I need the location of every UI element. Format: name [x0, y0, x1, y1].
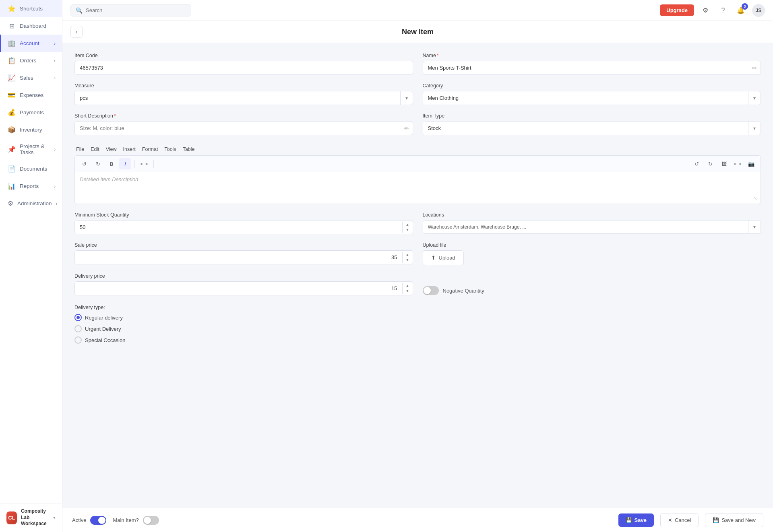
min-stock-input[interactable] — [75, 221, 402, 234]
workspace-item[interactable]: CL Composity LabWorkspace ▾ — [0, 503, 62, 532]
sidebar-item-administration[interactable]: ⚙ Administration › — [0, 195, 62, 212]
item-type-input[interactable] — [423, 122, 748, 135]
settings-icon[interactable]: ⚙ — [699, 4, 712, 17]
delivery-price-input[interactable] — [75, 282, 402, 295]
item-code-input[interactable] — [74, 61, 413, 75]
sale-price-input[interactable] — [75, 251, 402, 264]
undo-button[interactable]: ↺ — [78, 158, 90, 169]
sidebar-item-expenses[interactable]: 💳 Expenses — [0, 87, 62, 104]
bold-button[interactable]: B — [105, 158, 118, 169]
editor-menu-file[interactable]: File — [76, 146, 84, 152]
code-button[interactable]: < > — [138, 158, 150, 169]
editor-menu-format[interactable]: Format — [142, 146, 158, 152]
item-type-chevron-icon[interactable]: ▾ — [748, 122, 761, 135]
upgrade-button[interactable]: Upgrade — [660, 4, 694, 16]
short-desc-input[interactable] — [74, 121, 413, 135]
radio-special[interactable]: Special Occasion — [74, 336, 761, 344]
min-stock-up[interactable]: ▲ — [403, 222, 413, 227]
negative-qty-toggle[interactable] — [423, 286, 439, 295]
active-toggle[interactable] — [90, 516, 106, 525]
toolbar-sep-1 — [134, 160, 135, 168]
editor-menu-view[interactable]: View — [106, 146, 117, 152]
radio-regular[interactable]: Regular delivery — [74, 314, 761, 321]
main-item-toggle-wrap: Main Item? — [113, 516, 159, 525]
delivery-price-spinner[interactable]: ▲ ▼ — [74, 281, 413, 295]
active-toggle-knob — [98, 517, 105, 524]
editor-body[interactable]: Detailed Item Desrciption ⤡ — [74, 172, 761, 204]
measure-chevron-icon[interactable]: ▾ — [400, 91, 413, 105]
name-input[interactable] — [423, 61, 761, 75]
radio-urgent[interactable]: Urgent Delivery — [74, 325, 761, 332]
search-box[interactable]: 🔍 — [70, 4, 191, 16]
main-content: 🔍 Upgrade ⚙ ? 🔔 3 JS ‹ New Item Item Cod — [62, 0, 773, 532]
avatar[interactable]: JS — [752, 4, 765, 17]
documents-icon: 📄 — [8, 165, 16, 173]
sidebar-label-orders: Orders — [20, 58, 36, 64]
notifications-button[interactable]: 🔔 3 — [734, 4, 747, 17]
category-select[interactable]: ▾ — [423, 91, 761, 105]
delivery-price-down[interactable]: ▼ — [403, 289, 413, 294]
sidebar-item-sales[interactable]: 📈 Sales › — [0, 69, 62, 87]
undo-button-2[interactable]: ↺ — [690, 158, 703, 169]
sidebar-item-account[interactable]: 🏢 Account › — [0, 35, 62, 52]
main-item-toggle[interactable] — [143, 516, 159, 525]
sidebar-item-shortcuts[interactable]: ⭐ Shortcuts — [0, 0, 62, 17]
category-label: Category — [423, 83, 761, 89]
sidebar-label-account: Account — [20, 40, 39, 46]
sale-price-down[interactable]: ▼ — [403, 258, 413, 263]
min-stock-label: Minimum Stock Quantity — [74, 212, 413, 218]
category-input[interactable] — [423, 91, 748, 105]
redo-button[interactable]: ↻ — [92, 158, 104, 169]
sidebar-item-dashboard[interactable]: ⊞ Dashboard — [0, 17, 62, 35]
editor-menu-tools[interactable]: Tools — [164, 146, 176, 152]
help-icon[interactable]: ? — [717, 4, 730, 17]
payments-icon: 💰 — [8, 109, 16, 116]
editor-menu: File Edit View Insert Format Tools Table — [74, 143, 761, 155]
measure-select[interactable]: ▾ — [74, 91, 413, 105]
min-stock-spinner[interactable]: ▲ ▼ — [74, 220, 413, 234]
sidebar-label-inventory: Inventory — [20, 127, 42, 133]
measure-input[interactable] — [75, 91, 400, 105]
editor-menu-edit[interactable]: Edit — [91, 146, 99, 152]
sale-price-up[interactable]: ▲ — [403, 252, 413, 258]
sidebar-item-orders[interactable]: 📋 Orders › — [0, 52, 62, 69]
sidebar-item-documents[interactable]: 📄 Documents — [0, 160, 62, 177]
sidebar: ⭐ Shortcuts ⊞ Dashboard 🏢 Account › 📋 Or… — [0, 0, 62, 532]
redo-button-2[interactable]: ↻ — [704, 158, 716, 169]
sidebar-item-inventory[interactable]: 📦 Inventory — [0, 121, 62, 138]
image-button[interactable]: 🖼 — [718, 158, 730, 169]
item-type-select[interactable]: ▾ — [423, 121, 761, 135]
upload-button[interactable]: ⬆ Upload — [423, 250, 464, 265]
editor-menu-insert[interactable]: Insert — [123, 146, 136, 152]
category-chevron-icon[interactable]: ▾ — [748, 91, 761, 105]
locations-input[interactable] — [423, 221, 748, 233]
short-desc-label: Short Description* — [74, 113, 413, 119]
cancel-icon: ✕ — [668, 517, 672, 523]
locations-select[interactable]: ▾ — [423, 220, 761, 234]
item-code-group: Item Code — [74, 53, 413, 75]
save-new-button[interactable]: 💾 Save and New — [705, 513, 763, 527]
delivery-price-up[interactable]: ▲ — [403, 283, 413, 289]
search-input[interactable] — [86, 7, 186, 13]
locations-chevron-icon[interactable]: ▾ — [748, 221, 761, 233]
editor-menu-table[interactable]: Table — [183, 146, 195, 152]
form-area: Item Code Name* ✏ Measure — [62, 43, 773, 388]
media-button[interactable]: 📷 — [745, 158, 757, 169]
sale-price-label: Sale price — [74, 242, 413, 248]
sidebar-item-payments[interactable]: 💰 Payments — [0, 104, 62, 121]
code-button-2[interactable]: < > — [732, 158, 744, 169]
sidebar-item-reports[interactable]: 📊 Reports › — [0, 177, 62, 195]
italic-button[interactable]: I — [119, 158, 131, 169]
save-button[interactable]: 💾 Save — [618, 513, 654, 527]
measure-group: Measure ▾ — [74, 83, 413, 105]
notification-badge: 3 — [742, 3, 748, 10]
sidebar-chevron-sales: › — [54, 76, 56, 80]
cancel-button[interactable]: ✕ Cancel — [660, 513, 699, 527]
sale-price-spinner[interactable]: ▲ ▼ — [74, 250, 413, 264]
sidebar-label-documents: Documents — [20, 166, 47, 172]
min-stock-down[interactable]: ▼ — [403, 227, 413, 233]
upload-icon: ⬆ — [431, 255, 436, 261]
sidebar-item-projects[interactable]: 📌 Projects & Tasks › — [0, 138, 62, 160]
sidebar-label-sales: Sales — [20, 75, 33, 81]
back-button[interactable]: ‹ — [70, 26, 83, 38]
